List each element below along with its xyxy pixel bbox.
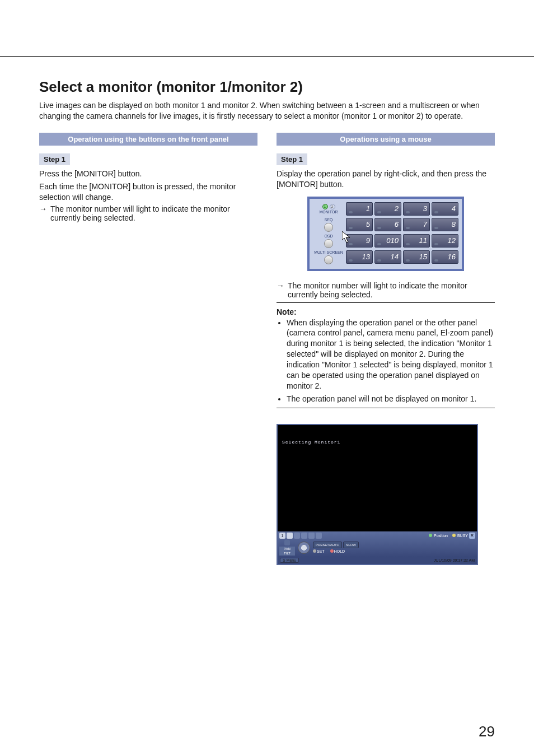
- note-item-1: When displaying the operation panel or t…: [287, 318, 495, 391]
- cam-btn-11[interactable]: 11: [403, 234, 430, 248]
- arrow-icon: →: [277, 281, 288, 299]
- right-step-label: Step 1: [277, 153, 307, 165]
- cam-btn-1[interactable]: 1: [346, 202, 373, 216]
- note-rule-top: [277, 302, 495, 303]
- cam-btn-9[interactable]: 9: [346, 234, 373, 248]
- note-heading: Note:: [277, 307, 495, 316]
- cam-btn-4[interactable]: 4: [432, 202, 458, 216]
- right-p1: Display the operation panel by right-cli…: [277, 169, 495, 190]
- busy-label: BUSY: [457, 534, 468, 538]
- seq-button[interactable]: [324, 223, 333, 232]
- cam-btn-10[interactable]: 010: [374, 234, 401, 248]
- note-list: When displaying the operation panel or t…: [277, 318, 495, 404]
- cam-btn-8[interactable]: 8: [432, 218, 458, 231]
- cam-btn-16[interactable]: 16: [432, 250, 458, 264]
- s-menu-button[interactable]: S Menu: [280, 558, 299, 563]
- page-number: 29: [479, 723, 495, 740]
- status-led-green: [429, 534, 432, 537]
- camera-number-badge[interactable]: 1: [279, 533, 285, 539]
- close-icon[interactable]: ×: [469, 533, 475, 539]
- move-pad-icon[interactable]: [284, 540, 290, 545]
- intro-paragraph: Live images can be displayed on both mon…: [39, 100, 495, 122]
- led-1-on: 1: [322, 204, 328, 209]
- pan-label: PAN: [279, 547, 295, 551]
- page-title: Select a monitor (monitor 1/monitor 2): [39, 78, 495, 96]
- timestamp-text: JUL/16/09 09:37:32 AM: [434, 558, 475, 562]
- left-section-bar: Operation using the buttons on the front…: [39, 133, 257, 146]
- note-rule-bottom: [277, 408, 495, 408]
- cam-btn-12[interactable]: 12: [432, 234, 458, 248]
- set-label[interactable]: SET: [317, 549, 325, 553]
- cam-btn-13[interactable]: 13: [346, 250, 373, 264]
- move-icon[interactable]: [287, 533, 293, 539]
- tool-icon-2[interactable]: [308, 533, 315, 539]
- cam-btn-14[interactable]: 14: [374, 250, 401, 264]
- tilt-label: TILT: [279, 551, 295, 556]
- operation-panel-figure: 1 2 MONITOR 1 2 3 4 SEQ 5: [307, 197, 464, 271]
- multiscreen-button[interactable]: [324, 255, 333, 264]
- led-2-off: 2: [330, 204, 335, 209]
- cam-btn-15[interactable]: 15: [403, 250, 430, 264]
- seq-label: SEQ: [325, 218, 333, 222]
- selecting-monitor-text: Selecting Monitor1: [282, 440, 340, 445]
- right-section-bar: Operations using a mouse: [277, 133, 495, 146]
- status-led-yellow: [452, 534, 456, 537]
- preset-auto-button[interactable]: PRESET/AUTO: [313, 542, 342, 548]
- left-p1: Press the [MONITOR] button.: [39, 169, 257, 179]
- left-arrow-text: The monitor number will light to indicat…: [50, 204, 257, 222]
- osd-button[interactable]: [324, 239, 333, 248]
- cam-btn-5[interactable]: 5: [346, 218, 373, 231]
- left-arrow-item: → The monitor number will light to indic…: [39, 204, 257, 222]
- zoom-icon[interactable]: [301, 533, 307, 539]
- monitor-side-cell: 1 2 MONITOR: [313, 204, 344, 214]
- left-column: Operation using the buttons on the front…: [39, 133, 257, 565]
- tool-icon-1[interactable]: [294, 533, 300, 539]
- monitor-label: MONITOR: [320, 210, 338, 214]
- cam-btn-6[interactable]: 6: [374, 218, 401, 231]
- slow-button[interactable]: SLOW: [343, 542, 359, 548]
- cam-btn-3[interactable]: 3: [403, 202, 430, 216]
- osd-label: OSD: [324, 234, 332, 238]
- left-p2: Each time the [MONITOR] button is presse…: [39, 181, 257, 203]
- direction-pad[interactable]: [298, 542, 310, 554]
- seq-side-cell: SEQ: [313, 218, 344, 232]
- right-column: Operations using a mouse Step 1 Display …: [277, 133, 495, 565]
- set-led: [313, 549, 316, 553]
- arrow-icon: →: [39, 204, 50, 222]
- multiscreen-label: MULTI SCREEN: [314, 250, 343, 254]
- osd-side-cell: OSD: [313, 234, 344, 248]
- device-screen-figure: Selecting Monitor1 1 Position: [277, 424, 478, 565]
- multiscreen-side-cell: MULTI SCREEN: [313, 250, 344, 264]
- cam-btn-2[interactable]: 2: [374, 202, 401, 216]
- cam-btn-7[interactable]: 7: [403, 218, 430, 231]
- position-label: Position: [434, 534, 448, 538]
- top-horizontal-rule: [0, 56, 534, 57]
- right-arrow-item: → The monitor number will light to indic…: [277, 281, 495, 299]
- hold-label[interactable]: HOLD: [334, 549, 345, 553]
- tool-icon-3[interactable]: [316, 533, 322, 539]
- note-item-2: The operation panel will not be displaye…: [287, 394, 495, 404]
- hold-led: [330, 549, 334, 553]
- left-step-label: Step 1: [39, 153, 70, 165]
- right-arrow-text: The monitor number will light to indicat…: [288, 281, 495, 299]
